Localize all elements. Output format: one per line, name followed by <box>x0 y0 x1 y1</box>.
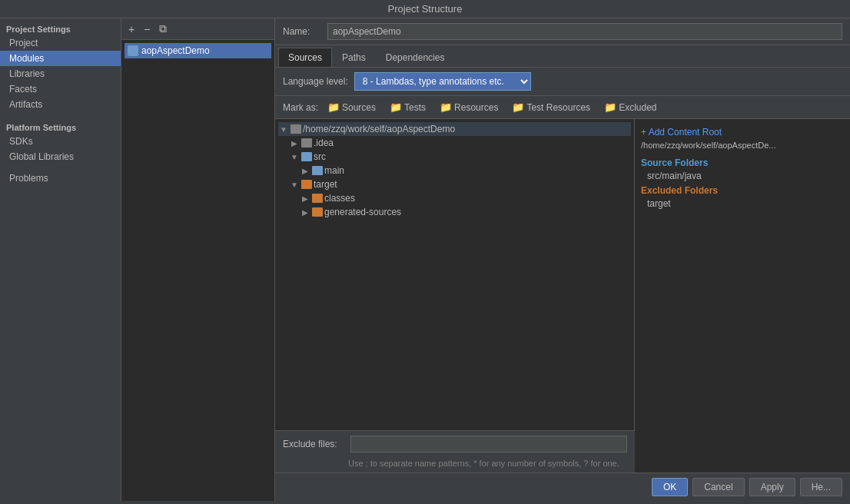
name-input[interactable] <box>327 23 842 40</box>
tree-item-target[interactable]: ▼ target <box>289 177 631 191</box>
mark-sources-button[interactable]: 📁 Sources <box>323 100 380 114</box>
tree-src-label: src <box>314 151 326 162</box>
arrow-main: ▶ <box>300 167 310 175</box>
module-panel: + − ⧉ aopAspectDemo <box>121 18 275 501</box>
main-folder-icon <box>312 166 323 175</box>
mark-test-resources-button[interactable]: 📁 Test Resources <box>507 100 595 114</box>
sidebar-item-facets[interactable]: Facets <box>0 81 121 97</box>
platform-settings-section: Platform Settings <box>0 118 121 134</box>
sidebar-item-project[interactable]: Project <box>0 35 121 51</box>
tests-folder-icon: 📁 <box>390 101 402 113</box>
test-resources-folder-icon: 📁 <box>512 101 524 113</box>
tabs-row: Sources Paths Dependencies <box>275 45 850 68</box>
file-tree-wrapper: ▼ /home/zzq/work/self/aopAspectDemo ▶ .i… <box>275 119 635 472</box>
arrow-classes: ▶ <box>300 194 310 203</box>
mark-tests-label: Tests <box>404 102 426 113</box>
help-button[interactable]: He... <box>800 478 842 496</box>
generated-sources-folder-icon <box>312 207 323 217</box>
sources-folder-icon: 📁 <box>327 101 340 113</box>
idea-folder-icon <box>301 138 312 148</box>
tree-item-main[interactable]: ▶ main <box>300 164 631 177</box>
language-select-wrapper: 8 - Lambdas, type annotations etc. <box>354 72 531 91</box>
tree-item-root[interactable]: ▼ /home/zzq/work/self/aopAspectDemo <box>278 122 631 136</box>
excluded-folder-item[interactable]: target <box>641 197 844 210</box>
module-toolbar: + − ⧉ <box>121 18 274 40</box>
resources-folder-icon: 📁 <box>440 101 452 113</box>
sidebar-item-modules[interactable]: Modules <box>0 51 121 66</box>
ok-button[interactable]: OK <box>652 478 688 496</box>
sidebar-item-libraries[interactable]: Libraries <box>0 66 121 81</box>
exclude-row: Exclude files: <box>275 430 635 457</box>
excluded-folders-title: Excluded Folders <box>641 182 844 197</box>
tab-dependencies[interactable]: Dependencies <box>376 48 455 67</box>
sidebar-item-global-libraries[interactable]: Global Libraries <box>0 149 121 164</box>
tree-item-src[interactable]: ▼ src <box>289 150 631 164</box>
excluded-folder-icon: 📁 <box>604 101 616 113</box>
arrow-generated: ▶ <box>300 208 310 217</box>
tab-paths[interactable]: Paths <box>332 48 376 67</box>
sidebar-item-sdks[interactable]: SDKs <box>0 134 121 149</box>
sidebar-item-artifacts[interactable]: Artifacts <box>0 97 121 112</box>
source-folders-title: Source Folders <box>641 154 844 170</box>
tree-item-generated-sources[interactable]: ▶ generated-sources <box>300 205 631 219</box>
add-content-root-button[interactable]: + Add Content Root <box>641 125 844 139</box>
tree-classes-label: classes <box>324 193 355 204</box>
tree-idea-label: .idea <box>314 138 334 148</box>
file-tree: ▼ /home/zzq/work/self/aopAspectDemo ▶ .i… <box>275 119 635 430</box>
add-module-button[interactable]: + <box>126 22 137 36</box>
module-tree: aopAspectDemo <box>121 40 274 501</box>
title-bar: Project Structure <box>0 0 850 18</box>
module-item-aopAspectDemo[interactable]: aopAspectDemo <box>125 43 271 58</box>
exclude-label: Exclude files: <box>283 439 344 449</box>
tree-item-classes[interactable]: ▶ classes <box>300 191 631 205</box>
exclude-input[interactable] <box>350 436 627 453</box>
mark-excluded-button[interactable]: 📁 Excluded <box>599 100 661 114</box>
module-name-label: aopAspectDemo <box>141 45 210 56</box>
source-folder-item[interactable]: src/main/java <box>641 170 844 182</box>
arrow-idea: ▶ <box>289 139 300 148</box>
name-row: Name: <box>275 18 850 45</box>
mark-tests-button[interactable]: 📁 Tests <box>385 100 430 114</box>
mark-test-resources-label: Test Resources <box>526 102 590 113</box>
remove-module-button[interactable]: − <box>141 22 152 36</box>
exclude-hint: Use ; to separate name patterns, * for a… <box>275 457 635 472</box>
language-level-row: Language level: 8 - Lambdas, type annota… <box>275 68 850 96</box>
mark-as-label: Mark as: <box>283 102 318 113</box>
arrow-root: ▼ <box>278 125 289 134</box>
src-folder-icon <box>301 152 312 161</box>
name-label: Name: <box>283 26 321 37</box>
mark-as-row: Mark as: 📁 Sources 📁 Tests 📁 Resources 📁… <box>275 96 850 119</box>
language-level-label: Language level: <box>283 76 348 87</box>
tree-target-label: target <box>314 179 337 190</box>
bottom-bar: OK Cancel Apply He... <box>275 472 850 501</box>
cancel-button[interactable]: Cancel <box>692 478 744 496</box>
tree-root-label: /home/zzq/work/self/aopAspectDemo <box>303 124 455 134</box>
mark-resources-button[interactable]: 📁 Resources <box>435 100 503 114</box>
project-settings-section: Project Settings <box>0 22 121 35</box>
mark-excluded-label: Excluded <box>619 102 656 113</box>
tab-sources[interactable]: Sources <box>278 48 332 67</box>
classes-folder-icon <box>312 194 323 203</box>
title-label: Project Structure <box>388 3 463 15</box>
arrow-target: ▼ <box>289 181 300 189</box>
module-icon <box>128 45 138 56</box>
sidebar: Project Settings Project Modules Librari… <box>0 18 121 501</box>
tree-generated-label: generated-sources <box>324 207 401 217</box>
arrow-src: ▼ <box>289 153 300 161</box>
language-level-select[interactable]: 8 - Lambdas, type annotations etc. <box>354 72 531 91</box>
root-folder-icon <box>291 124 301 134</box>
apply-button[interactable]: Apply <box>749 478 795 496</box>
mark-sources-label: Sources <box>342 102 376 113</box>
target-folder-icon <box>301 180 312 189</box>
content-split: ▼ /home/zzq/work/self/aopAspectDemo ▶ .i… <box>275 119 850 472</box>
tree-item-idea[interactable]: ▶ .idea <box>289 136 631 150</box>
right-panel: + Add Content Root /home/zzq/work/self/a… <box>635 119 850 472</box>
copy-module-button[interactable]: ⧉ <box>157 22 169 36</box>
content-root-path: /home/zzq/work/self/aopAspectDe... <box>641 139 844 154</box>
content-area: Name: Sources Paths Dependencies Languag… <box>275 18 850 501</box>
tree-main-label: main <box>324 165 344 176</box>
mark-resources-label: Resources <box>454 102 498 113</box>
sidebar-item-problems[interactable]: Problems <box>0 171 121 186</box>
